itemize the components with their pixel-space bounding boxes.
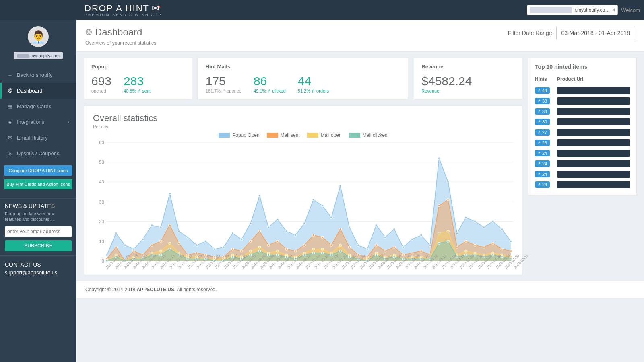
page-header: ❂Dashboard Overview of your recent stati… (76, 20, 644, 52)
contact-title: CONTACT US (5, 261, 72, 268)
svg-point-33 (277, 218, 279, 220)
svg-point-144 (447, 230, 449, 232)
svg-point-178 (339, 250, 342, 252)
svg-point-37 (312, 199, 315, 201)
product-url-bar[interactable] (557, 118, 630, 125)
product-url-bar[interactable] (557, 139, 630, 146)
svg-point-57 (492, 220, 494, 222)
hint-count-badge: ↱24 (535, 171, 550, 177)
chart-legend: Popup Open Mail sent Mail open Mail clic… (93, 132, 513, 138)
compare-plans-button[interactable]: Compare DROP A HINT plans (4, 165, 72, 176)
svg-point-159 (169, 248, 171, 250)
nav-email-history[interactable]: ✉Email History (0, 130, 76, 146)
svg-point-38 (321, 205, 324, 207)
svg-point-174 (303, 254, 305, 256)
subscribe-button[interactable]: SUBSCRIBE (5, 240, 72, 251)
svg-point-24 (196, 244, 198, 246)
contact-email-link[interactable]: support@appsolute.us (5, 269, 57, 276)
product-url-bar[interactable] (557, 181, 630, 188)
gauge-icon: ❂ (7, 88, 13, 94)
nav-back[interactable]: ←Back to shopify (0, 67, 76, 83)
nav-integrations[interactable]: ◈Integrations‹ (0, 114, 76, 130)
avatar: 👨‍💼 (28, 26, 49, 47)
hint-count-badge: ↱34 (535, 108, 550, 115)
svg-point-16 (124, 244, 126, 246)
svg-point-88 (357, 254, 359, 256)
svg-point-152 (106, 260, 108, 262)
nav-upsells[interactable]: $Upsells / Coupons (0, 146, 76, 161)
svg-point-171 (277, 254, 279, 256)
svg-point-177 (330, 254, 332, 256)
product-url-bar[interactable] (557, 97, 630, 105)
nav-dashboard[interactable]: ❂Dashboard (0, 83, 76, 99)
product-url-bar[interactable] (557, 160, 630, 167)
svg-point-20 (160, 226, 162, 228)
newsletter-email-input[interactable] (5, 226, 72, 237)
svg-point-132 (339, 244, 342, 246)
hint-count-badge: ↱24 (535, 181, 550, 188)
svg-point-176 (321, 252, 324, 254)
shop-selector[interactable]: r.myshopify.co…× (527, 5, 618, 15)
svg-text:60: 60 (99, 140, 104, 145)
svg-point-85 (330, 244, 332, 246)
svg-point-22 (178, 230, 180, 232)
svg-point-54 (465, 216, 467, 218)
svg-point-86 (339, 228, 342, 230)
hint-count-badge: ↱38 (535, 98, 550, 104)
main-content: ❂Dashboard Overview of your recent stati… (76, 20, 644, 362)
svg-point-47 (402, 246, 405, 248)
svg-point-42 (357, 244, 359, 246)
svg-point-143 (438, 232, 440, 234)
product-url-bar[interactable] (557, 171, 630, 178)
svg-point-21 (169, 193, 171, 195)
table-row: ↱27 (535, 127, 630, 138)
envelope-icon: ✉● (152, 3, 163, 14)
svg-point-60 (106, 258, 108, 260)
chart-xaxis: 2018-01-012018-01-032018-01-052018-01-07… (93, 267, 513, 271)
product-url-bar[interactable] (557, 87, 630, 94)
svg-point-99 (456, 246, 458, 248)
svg-point-130 (321, 248, 324, 250)
svg-point-55 (474, 220, 476, 222)
svg-point-146 (465, 250, 467, 252)
svg-point-78 (267, 244, 270, 246)
close-icon[interactable]: × (612, 7, 615, 13)
nav-manage-cards[interactable]: ▦Manage Cards (0, 99, 76, 114)
svg-text:10: 10 (99, 239, 104, 243)
table-row: ↱44 (535, 85, 630, 96)
svg-point-61 (115, 246, 117, 248)
svg-point-50 (429, 244, 431, 246)
svg-point-41 (348, 226, 351, 228)
product-url-bar[interactable] (557, 129, 630, 136)
svg-point-70 (196, 252, 198, 254)
svg-point-87 (348, 246, 351, 248)
product-url-bar[interactable] (557, 150, 630, 157)
buy-cards-button[interactable]: Buy Hint Cards and Action Icons (4, 179, 72, 189)
chevron-left-icon: ‹ (68, 120, 69, 124)
welcome-text: Welcom (621, 7, 640, 13)
news-body: Keep up to date with new features and di… (5, 211, 72, 222)
page-subtitle: Overview of your recent statistics (85, 40, 156, 46)
svg-point-122 (250, 250, 252, 252)
top10-card: Top 10 hinted items HintsProduct Url ↱44… (528, 58, 637, 196)
svg-point-14 (106, 254, 108, 256)
hint-count-badge: ↱44 (535, 87, 550, 94)
diamond-icon: ◈ (7, 119, 13, 125)
svg-point-169 (258, 250, 261, 252)
svg-point-59 (510, 240, 512, 242)
svg-point-82 (303, 244, 305, 246)
svg-point-83 (312, 234, 315, 236)
hint-count-badge: ↱30 (535, 119, 550, 125)
contact-block: CONTACT US support@appsolute.us (0, 255, 76, 281)
hint-count-badge: ↱27 (535, 129, 550, 136)
svg-point-40 (339, 185, 342, 187)
topbar: DROP A HINT✉● PREMIUM SEND A WISH APP r.… (0, 0, 644, 20)
svg-text:50: 50 (99, 160, 104, 165)
date-range-picker[interactable]: 03-Mar-2018 - 01-Apr-2018 (556, 27, 635, 39)
svg-point-53 (456, 232, 458, 234)
svg-point-182 (375, 254, 378, 256)
svg-point-31 (258, 195, 261, 197)
product-url-bar[interactable] (557, 108, 630, 115)
svg-point-100 (465, 240, 467, 242)
svg-point-68 (178, 242, 180, 244)
